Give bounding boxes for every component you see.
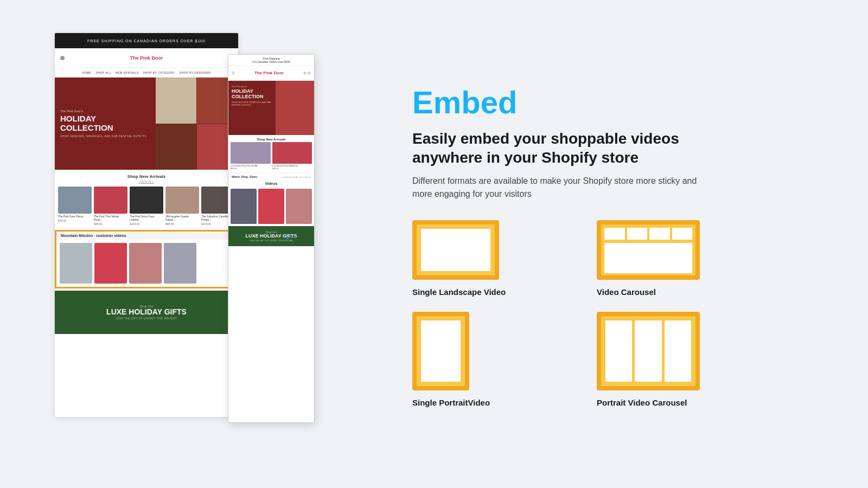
mockup-container: FREE SHIPPING ON CANADIAN ORDERS OVER $1… [54,22,315,466]
footer-title: LUXE HOLIDAY GIFTS [106,308,187,316]
overlay-product-price-2: $98.00 [272,167,312,170]
embed-headline: Easily embed your shoppable videos anywh… [412,129,727,167]
hero-subtitle: The Pink Door's [60,110,150,113]
overlay-videos-header: Watch. Shop. Share. published by AI on I… [228,173,314,181]
product-price-4: $98.00 [165,222,199,226]
video-thumb-1 [60,243,92,284]
carousel-bottom [604,243,692,273]
carousel-cell-1 [604,228,625,240]
nav-new: NEW ARRIVALS [116,71,139,74]
embed-description: Different formats are available to make … [412,175,716,201]
nav-designer: SHOP BY DESIGNER [180,71,211,74]
portrait-icon-inner [421,320,461,382]
product-img-4 [165,187,199,214]
product-price-1: $74.00 [58,219,92,222]
product-3: The First Snoo Faux Leather... $104.00 [130,187,163,226]
overlay-video-1 [231,189,257,224]
hero-desc: SHOP SEQUINS, SPARKLES, AND FAB FESTIVE … [60,134,150,138]
footer-desc: GIVE THE GIFT OF LUXURY THIS HOLIDAY [116,317,177,320]
format-portrait-carousel-label: Portrait Video Carousel [597,398,687,407]
arrow-container: ← [282,228,299,245]
overlay-video-row [228,187,314,226]
overlay-videos-published: published by AI on Instagram [283,176,311,178]
overlay-videos-section: Watch. Shop. Share. published by AI on I… [228,172,314,226]
carousel-video-icon [597,220,700,280]
overlay-videos-label: Videos [228,181,314,187]
formats-grid: Single Landscape Video Video Carousel Si… [412,220,749,407]
overlay-logo: The Pink Door [254,70,284,75]
products-row: The Pink Door Dress $74.00 The First Tri… [55,187,238,230]
mockup-topbar: FREE SHIPPING ON CANADIAN ORDERS OVER $1… [55,33,238,48]
mockup-nav: HOME SHOP ALL NEW ARRIVALS SHOP BY CATEG… [55,68,238,78]
hero-left: The Pink Door's HOLIDAY COLLECTION SHOP … [55,78,156,170]
product-name-3: The First Snoo Faux Leather... [130,215,163,221]
product-name-1: The Pink Door Dress [58,215,92,218]
highlight-section: Mountain Mission · customer videos [55,230,238,288]
right-panel: Embed Easily embed your shoppable videos… [369,0,868,488]
overlay-section-title: Shop New Arrivals [228,135,314,142]
mockup-header: The Pink Door [55,48,238,68]
landscape-icon-inner [421,229,490,271]
overlay-topbar: Free ShippingOn Canadian Orders over $10… [228,55,314,66]
overlay-videos-title: Watch. Shop. Share. [232,175,258,178]
product-img-1 [58,187,92,214]
landscape-video-icon [412,220,499,280]
hero-img-1 [156,78,197,124]
video-thumb-2 [94,243,127,284]
product-price-2: $98.00 [94,222,127,226]
video-thumb-4 [164,243,196,284]
product-2: The First Trim Velvet Rusti... $98.00 [94,187,127,226]
product-1: The Pink Door Dress $74.00 [58,187,92,226]
section-link: VIEW ALL [55,180,238,187]
portrait-carousel-cell-2 [635,320,661,382]
overlay-free-ship: Free ShippingOn Canadian Orders over $10… [252,57,290,63]
product-name-2: The First Trim Velvet Rusti... [94,215,127,221]
video-row [56,240,237,287]
section-title: Shop New Arrivals [55,170,238,180]
hero-title: HOLIDAY COLLECTION [60,114,150,132]
portrait-carousel-icon [597,312,700,390]
overlay-header: ☰ The Pink Door ⊕ ⊞ [228,66,314,81]
mockup-hero: The Pink Door's HOLIDAY COLLECTION SHOP … [55,78,238,170]
format-portrait-carousel: Portrait Video Carousel [597,312,749,407]
highlight-header: Mountain Mission · customer videos [56,232,237,240]
hero-right [156,78,238,170]
overlay-video-3 [286,189,312,224]
overlay-hero-right [276,81,314,135]
site-logo: The Pink Door [65,55,228,61]
format-portrait: Single Portrait​Video [412,312,564,407]
overlay-hero-title: HOLIDAY COLLECTION [232,89,272,100]
overlay-hero: The Pink Door's HOLIDAY COLLECTION SHOP … [228,81,314,135]
product-img-2 [94,187,127,214]
product-name-4: 3Rd quarter Guede Sabas... [165,215,199,221]
overlay-hero-img [276,81,314,135]
overlay-hero-left: The Pink Door's HOLIDAY COLLECTION SHOP … [228,81,276,135]
video-thumb-3 [129,243,162,284]
overlay-product-img-2 [272,142,312,164]
format-landscape-label: Single Landscape Video [412,287,506,297]
overlay-hero-desc: SHOP SEQUINS, SPARKLES, AND FAB FESTIVE … [232,101,272,106]
overlay-mockup: Free ShippingOn Canadian Orders over $10… [228,54,315,423]
portrait-carousel-cell-1 [605,320,632,382]
topbar-text: FREE SHIPPING ON CANADIAN ORDERS OVER $1… [87,39,206,43]
overlay-products: Les Norbes Row Pink Ruffle $98.00 Les No… [228,142,314,172]
portrait-carousel-cell-3 [665,320,691,382]
format-portrait-label: Single Portrait​Video [412,398,490,407]
nav-shop: SHOP ALL [96,71,111,74]
overlay-product-2: Les Norbes Row Blueberry $98.00 [272,142,312,170]
nav-category: SHOP BY CATEGORY [143,71,175,74]
overlay-footer: Shop Our LUXE HOLIDAY GIFTS GIVE THE GIF… [228,226,314,246]
carousel-top-row [604,228,692,240]
carousel-cell-4 [672,228,693,240]
format-carousel: Video Carousel [597,220,749,297]
portrait-video-icon [412,312,469,390]
carousel-cell-3 [649,228,670,240]
carousel-cell-2 [627,228,648,240]
format-carousel-label: Video Carousel [597,287,656,297]
overlay-video-2 [258,189,284,224]
footer-banner: Shop Our LUXE HOLIDAY GIFTS GIVE THE GIF… [55,291,238,334]
overlay-product-price-1: $98.00 [231,167,271,170]
nav-home: HOME [82,71,92,74]
left-arrow-icon: ← [282,227,299,246]
hero-img-3 [156,124,197,170]
